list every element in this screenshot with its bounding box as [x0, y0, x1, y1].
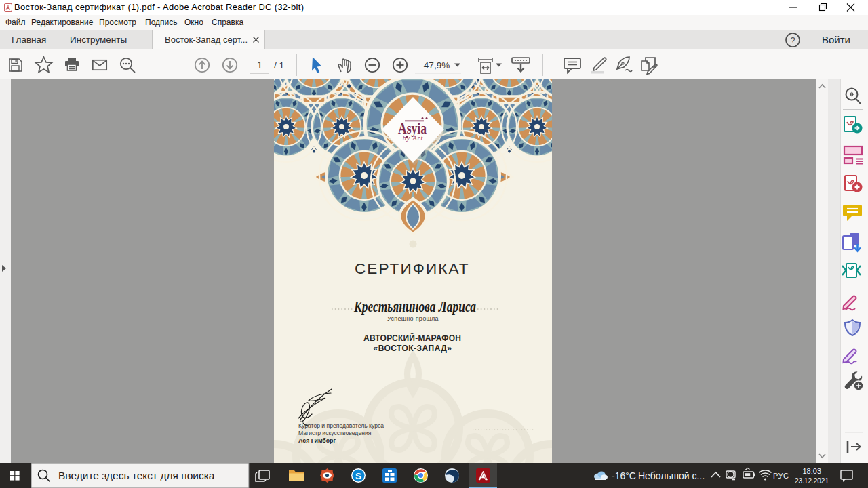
svg-text:СЕРТИФИКАТ: СЕРТИФИКАТ [355, 260, 471, 277]
svg-text:Крестьянинова Лариса: Крестьянинова Лариса [353, 298, 476, 315]
svg-text:РУС: РУС [773, 472, 789, 480]
svg-text:by Art: by Art [403, 134, 424, 142]
svg-text:Введите здесь текст для поиска: Введите здесь текст для поиска [58, 470, 215, 481]
svg-text:?: ? [790, 35, 795, 45]
svg-text:«ВОСТОК-ЗАПАД»: «ВОСТОК-ЗАПАД» [374, 344, 453, 353]
svg-text:23.12.2021: 23.12.2021 [795, 477, 829, 485]
svg-text:1: 1 [257, 60, 262, 70]
svg-text:47,9%: 47,9% [424, 60, 450, 70]
svg-text:Магистр искусствоведения: Магистр искусствоведения [298, 430, 372, 436]
svg-text:S: S [355, 471, 361, 481]
svg-text:Ася Гимборг: Ася Гимборг [298, 437, 336, 444]
svg-text:/ 1: / 1 [274, 60, 284, 70]
svg-text:Небольшой с...: Небольшой с... [638, 470, 705, 481]
svg-text:Успешно прошла: Успешно прошла [387, 315, 439, 322]
svg-text:-16°C: -16°C [612, 470, 636, 481]
svg-text:АВТОРСКИЙ-МАРАФОН: АВТОРСКИЙ-МАРАФОН [363, 333, 462, 343]
svg-text:Куратор и преподаватель курса: Куратор и преподаватель курса [298, 422, 384, 429]
svg-text:18:03: 18:03 [802, 467, 821, 475]
